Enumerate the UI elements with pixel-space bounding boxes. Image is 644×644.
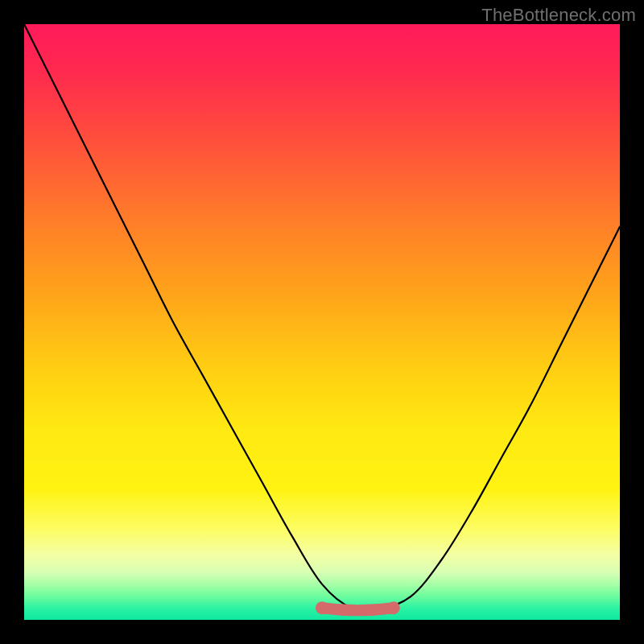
highlight-dot-left [316,601,328,614]
highlight-dot-right [387,601,400,614]
curve-bottom-highlight [322,608,394,610]
plot-area [24,24,620,620]
curve-main [24,24,620,610]
chart-frame: TheBottleneck.com [0,0,644,644]
bottleneck-curve [24,24,620,620]
attribution-text: TheBottleneck.com [481,5,636,26]
